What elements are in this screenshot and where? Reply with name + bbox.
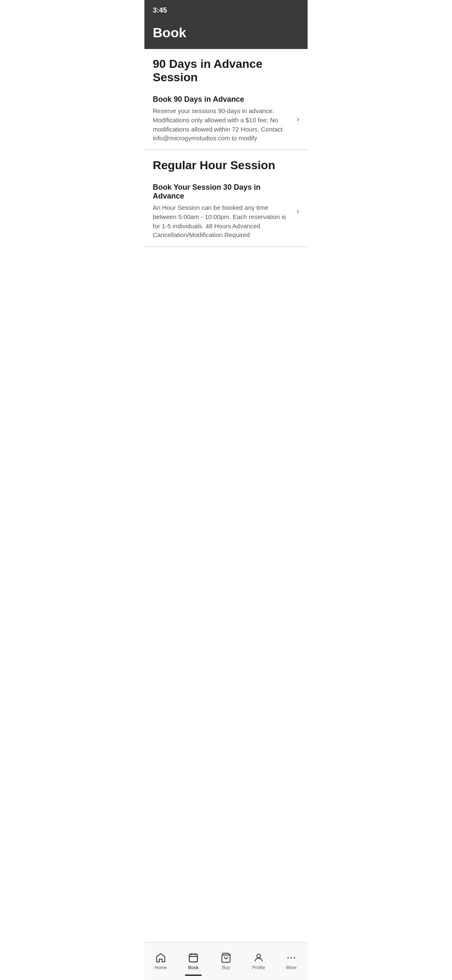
- section-90days-header: 90 Days in Advance Session: [144, 49, 308, 88]
- list-item-90days-title: Book 90 Days in Advance: [153, 95, 293, 104]
- main-content: 90 Days in Advance Session Book 90 Days …: [144, 49, 308, 289]
- list-item-90days-content: Book 90 Days in Advance Reserve your ses…: [153, 95, 293, 143]
- list-item-regular[interactable]: Book Your Session 30 Days in Advance An …: [144, 176, 308, 247]
- header: Book: [144, 21, 308, 49]
- section-regular-header: Regular Hour Session: [144, 150, 308, 176]
- chevron-right-icon: ›: [297, 115, 299, 124]
- section-regular-title: Regular Hour Session: [153, 159, 299, 172]
- list-item-90days-desc: Reserve your sessions 90-days in advance…: [153, 106, 293, 143]
- list-item-90days[interactable]: Book 90 Days in Advance Reserve your ses…: [144, 88, 308, 150]
- list-item-regular-desc: An Hour Session can be booked any time b…: [153, 203, 293, 240]
- chevron-right-icon-2: ›: [297, 207, 299, 216]
- section-90days-title: 90 Days in Advance Session: [153, 57, 299, 84]
- list-item-regular-title: Book Your Session 30 Days in Advance: [153, 183, 293, 201]
- list-item-regular-content: Book Your Session 30 Days in Advance An …: [153, 183, 293, 240]
- status-time: 3:45: [153, 6, 167, 15]
- status-bar: 3:45: [144, 0, 308, 21]
- page-title: Book: [153, 25, 299, 41]
